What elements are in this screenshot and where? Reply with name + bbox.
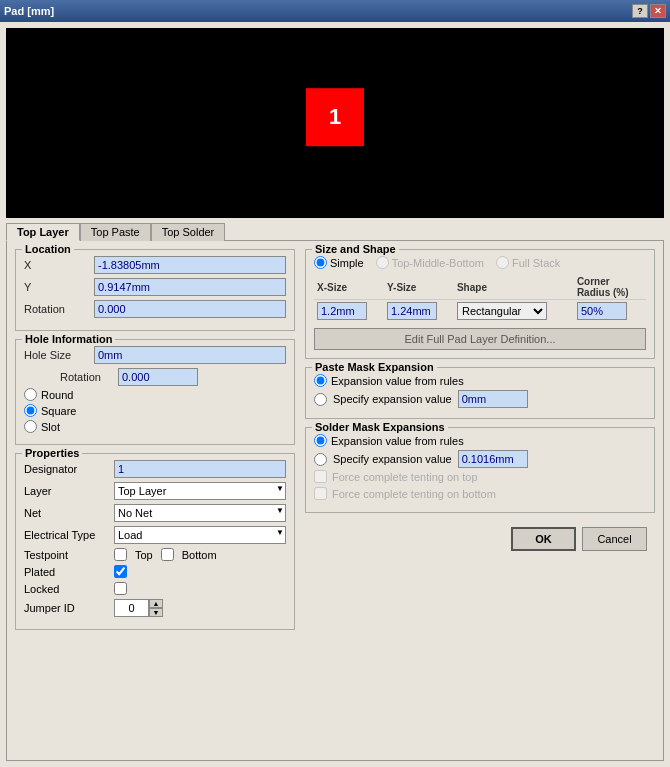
testpoint-row: Testpoint Top Bottom <box>24 548 286 561</box>
tab-content: Location X Y Rotation Hole Information <box>6 240 664 761</box>
left-panel: Location X Y Rotation Hole Information <box>15 249 295 752</box>
hole-size-input[interactable] <box>94 346 286 364</box>
x-row: X <box>24 256 286 274</box>
cancel-button[interactable]: Cancel <box>582 527 647 551</box>
tent-bottom-check[interactable] <box>314 487 327 500</box>
size-shape-label: Size and Shape <box>312 243 399 255</box>
paste-exp-rules-radio[interactable] <box>314 374 327 387</box>
hole-size-row: Hole Size <box>24 346 286 364</box>
net-select[interactable]: No Net <box>114 504 286 522</box>
ok-button[interactable]: OK <box>511 527 576 551</box>
solder-exp-rules-label: Expansion value from rules <box>331 435 464 447</box>
paste-exp-rules-row: Expansion value from rules <box>314 374 646 387</box>
properties-group: Properties Designator Layer Top Layer Bo… <box>15 453 295 630</box>
corner-header: CornerRadius (%) <box>574 275 646 300</box>
pad-preview: 1 <box>306 88 364 146</box>
close-button[interactable]: ✕ <box>650 4 666 18</box>
top-mid-bot-radio[interactable] <box>376 256 389 269</box>
y-row: Y <box>24 278 286 296</box>
layer-label: Layer <box>24 485 114 497</box>
title-bar-buttons: ? ✕ <box>632 4 666 18</box>
dialog-body: 1 Top Layer Top Paste Top Solder Locatio… <box>0 22 670 767</box>
layer-select-wrapper: Top Layer Bottom Layer <box>114 482 286 500</box>
layer-row: Layer Top Layer Bottom Layer <box>24 482 286 500</box>
designator-input[interactable] <box>114 460 286 478</box>
radio-slot[interactable] <box>24 420 37 433</box>
plated-check[interactable] <box>114 565 127 578</box>
plated-label: Plated <box>24 566 114 578</box>
tent-top-label: Force complete tenting on top <box>332 471 478 483</box>
plated-row: Plated <box>24 565 286 578</box>
testpoint-top-label: Top <box>135 549 153 561</box>
shape-select[interactable]: Rectangular Round Octagonal <box>457 302 547 320</box>
paste-specify-row: Specify expansion value <box>314 390 646 408</box>
radio-square[interactable] <box>24 404 37 417</box>
testpoint-bottom-check[interactable] <box>161 548 174 561</box>
hole-info-group: Hole Information Hole Size Rotation Roun… <box>15 339 295 445</box>
jumper-input[interactable] <box>114 599 149 617</box>
y-size-input[interactable] <box>387 302 437 320</box>
right-panel: Size and Shape Simple Top-Middle-Bottom … <box>305 249 655 752</box>
solder-specify-label: Specify expansion value <box>333 453 452 465</box>
corner-input[interactable] <box>577 302 627 320</box>
tab-top-solder[interactable]: Top Solder <box>151 223 226 241</box>
size-shape-group: Size and Shape Simple Top-Middle-Bottom … <box>305 249 655 359</box>
shape-mode-row: Simple Top-Middle-Bottom Full Stack <box>314 256 646 269</box>
testpoint-top-check[interactable] <box>114 548 127 561</box>
tab-top-paste[interactable]: Top Paste <box>80 223 151 241</box>
hole-rotation-input[interactable] <box>118 368 198 386</box>
spinner-up[interactable]: ▲ <box>149 599 163 608</box>
edit-full-pad-button[interactable]: Edit Full Pad Layer Definition... <box>314 328 646 350</box>
testpoint-options: Top Bottom <box>114 548 217 561</box>
layer-select[interactable]: Top Layer Bottom Layer <box>114 482 286 500</box>
electrical-select-wrapper: Load Source Terminator <box>114 526 286 544</box>
jumper-label: Jumper ID <box>24 602 114 614</box>
paste-specify-input[interactable] <box>458 390 528 408</box>
x-size-input[interactable] <box>317 302 367 320</box>
hole-info-label: Hole Information <box>22 333 115 345</box>
rotation-row: Rotation <box>24 300 286 318</box>
electrical-select[interactable]: Load Source Terminator <box>114 526 286 544</box>
shape-header: Shape <box>454 275 574 300</box>
solder-exp-rules-radio[interactable] <box>314 434 327 447</box>
x-label: X <box>24 259 94 271</box>
paste-specify-label: Specify expansion value <box>333 393 452 405</box>
net-label: Net <box>24 507 114 519</box>
hole-rot-label: Rotation <box>60 371 112 383</box>
tent-top-row: Force complete tenting on top <box>314 470 646 483</box>
solder-specify-input[interactable] <box>458 450 528 468</box>
radio-round[interactable] <box>24 388 37 401</box>
title-bar: Pad [mm] ? ✕ <box>0 0 670 22</box>
locked-check[interactable] <box>114 582 127 595</box>
x-size-header: X-Size <box>314 275 384 300</box>
paste-exp-rules-label: Expansion value from rules <box>331 375 464 387</box>
spinner-buttons: ▲ ▼ <box>149 599 163 617</box>
tent-bottom-row: Force complete tenting on bottom <box>314 487 646 500</box>
y-size-header: Y-Size <box>384 275 454 300</box>
tent-top-check[interactable] <box>314 470 327 483</box>
full-stack-radio[interactable] <box>496 256 509 269</box>
size-shape-table: X-Size Y-Size Shape CornerRadius (%) <box>314 275 646 322</box>
radio-slot-row: Slot <box>24 420 286 433</box>
electrical-label: Electrical Type <box>24 529 114 541</box>
size-shape-row: Rectangular Round Octagonal <box>314 300 646 323</box>
location-group: Location X Y Rotation <box>15 249 295 331</box>
radio-square-label: Square <box>41 405 76 417</box>
y-input[interactable] <box>94 278 286 296</box>
preview-area: 1 <box>6 28 664 218</box>
jumper-row: Jumper ID ▲ ▼ <box>24 599 286 617</box>
help-button[interactable]: ? <box>632 4 648 18</box>
hole-rotation-row: Rotation <box>24 368 286 386</box>
rotation-input[interactable] <box>94 300 286 318</box>
simple-label: Simple <box>314 256 364 269</box>
paste-mask-group: Paste Mask Expansion Expansion value fro… <box>305 367 655 419</box>
paste-mask-label: Paste Mask Expansion <box>312 361 437 373</box>
spinner-down[interactable]: ▼ <box>149 608 163 617</box>
x-input[interactable] <box>94 256 286 274</box>
paste-specify-radio[interactable] <box>314 393 327 406</box>
y-label: Y <box>24 281 94 293</box>
tab-top-layer[interactable]: Top Layer <box>6 223 80 241</box>
simple-radio[interactable] <box>314 256 327 269</box>
solder-specify-radio[interactable] <box>314 453 327 466</box>
net-select-wrapper: No Net <box>114 504 286 522</box>
